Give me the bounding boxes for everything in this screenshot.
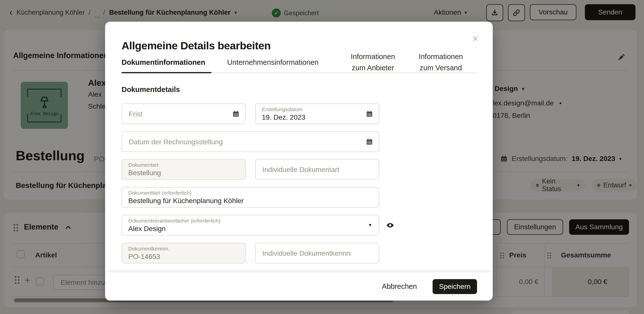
frist-field[interactable] <box>122 103 246 124</box>
individuelle-dokumentart-input[interactable] <box>262 159 352 180</box>
field-value: PO-14653 <box>128 253 160 261</box>
frist-input[interactable] <box>128 104 218 124</box>
tab-dokumentinformationen[interactable]: Dokumentinformationen <box>122 58 205 67</box>
tab-informationen-zum-versand[interactable]: Informationen zum Versand <box>414 51 468 74</box>
section-heading: Dokumentdetails <box>122 85 180 94</box>
field-label: Dokumentart <box>128 162 158 168</box>
calendar-icon[interactable] <box>366 138 373 146</box>
individuelle-dokumentart-field[interactable] <box>255 159 379 180</box>
modal-title: Allgemeine Details bearbeiten <box>122 40 270 52</box>
visibility-toggle[interactable] <box>386 221 395 231</box>
field-label: Dokumentkennnr. <box>128 246 170 252</box>
field-value: 19. Dez. 2023 <box>262 113 305 121</box>
individuelle-dokumentkennnr-input[interactable] <box>262 243 352 263</box>
modal-footer: Abbrechen Speichern <box>105 272 493 301</box>
field-value: Bestellung <box>128 169 161 177</box>
field-value: Alex Design <box>128 225 166 233</box>
rechnungsdatum-input[interactable] <box>128 132 314 152</box>
field-label: Erstellungsdatum <box>262 106 302 112</box>
field-value: Bestellung für Küchenplanung Köhler <box>128 197 244 205</box>
close-icon[interactable]: × <box>472 34 478 44</box>
cancel-button[interactable]: Abbrechen <box>381 272 418 301</box>
dokumenttitel-field[interactable]: Dokumenttitel (erforderlich) Bestellung … <box>122 187 379 208</box>
field-label: Dokumentverantwortlicher (erforderlich) <box>128 218 220 224</box>
calendar-icon[interactable] <box>366 110 373 118</box>
eye-icon <box>386 221 395 230</box>
tab-unternehmensinformationen[interactable]: Unternehmensinformationen <box>227 58 318 67</box>
dokumentkennnr-field: Dokumentkennnr. PO-14653 <box>122 243 246 263</box>
dokumentart-field: Dokumentart Bestellung <box>122 159 246 180</box>
dropdown-caret-icon[interactable]: ▼ <box>368 223 372 228</box>
dokumentverantwortlicher-select[interactable]: Dokumentverantwortlicher (erforderlich) … <box>122 215 379 236</box>
tab-informationen-zum-anbieter[interactable]: Informationen zum Anbieter <box>345 51 401 74</box>
erstellungsdatum-field[interactable]: Erstellungsdatum 19. Dez. 2023 <box>255 103 379 124</box>
calendar-icon[interactable] <box>232 110 240 118</box>
rechnungsdatum-field[interactable] <box>122 131 379 152</box>
individuelle-dokumentkennnr-field[interactable] <box>255 243 379 263</box>
save-button[interactable]: Speichern <box>432 279 477 294</box>
edit-general-details-modal: Allgemeine Details bearbeiten × Dokument… <box>105 22 493 301</box>
active-tab-indicator <box>122 72 212 73</box>
field-label: Dokumenttitel (erforderlich) <box>128 190 192 196</box>
